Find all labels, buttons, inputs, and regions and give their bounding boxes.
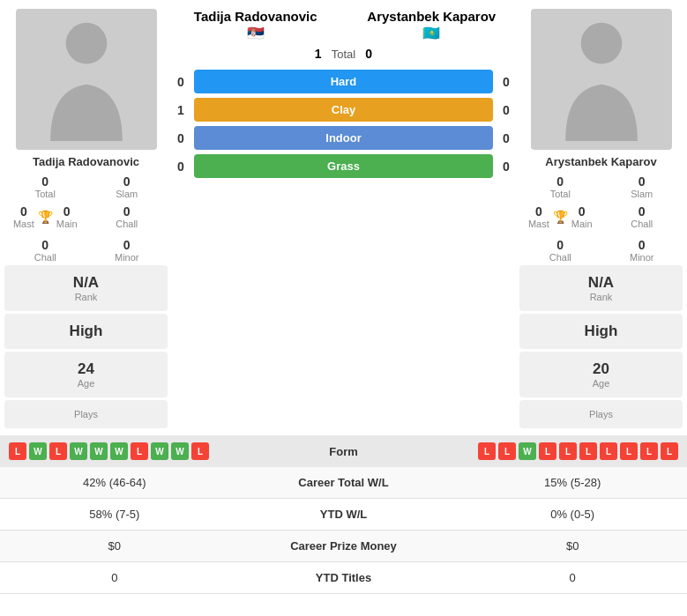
form-badge-right: L xyxy=(661,442,678,460)
form-badge-left: W xyxy=(29,442,47,460)
svg-point-0 xyxy=(65,23,107,64)
right-player-stats: 0 Total 0 Slam 0 Mast 🏆 0 Main xyxy=(519,172,683,232)
right-rank-box: N/A Rank xyxy=(519,265,683,311)
form-badge-right: L xyxy=(579,442,597,460)
right-player-name: Arystanbek Kaparov xyxy=(545,155,656,168)
form-badge-left: W xyxy=(70,442,87,460)
right-trophy-icon: 🏆 xyxy=(553,210,568,224)
stats-row: 0 YTD Titles 0 xyxy=(0,562,687,594)
left-player-stats: 0 Total 0 Slam 0 Mast 🏆 0 Main xyxy=(4,172,168,232)
stats-row: $0 Career Prize Money $0 xyxy=(0,531,687,562)
right-high-box: High xyxy=(519,314,683,349)
left-stat-total: 0 Total xyxy=(4,172,86,202)
right-header-name: Arystanbek Kaparov xyxy=(344,9,520,25)
left-rank-box: N/A Rank xyxy=(4,265,168,311)
left-plays-box: Plays xyxy=(4,400,168,428)
left-trophy-icon: 🏆 xyxy=(38,210,53,224)
form-badge-left: L xyxy=(49,442,67,460)
surface-row-clay: 1 Clay 0 xyxy=(168,98,519,122)
right-player-col: Arystanbek Kaparov 0 Total 0 Slam 0 Mast… xyxy=(519,9,683,265)
form-badge-right: L xyxy=(600,442,617,460)
stats-row: 42% (46-64) Career Total W/L 15% (5-28) xyxy=(0,467,687,499)
form-badge-left: L xyxy=(191,442,209,460)
main-container: Tadija Radovanovic 0 Total 0 Slam 0 Mast… xyxy=(0,0,687,594)
form-section: LWLWWWLWWLFormLLWLLLLLLL xyxy=(0,435,687,467)
form-badge-right: L xyxy=(498,442,516,460)
total-score-left: 1 xyxy=(305,47,332,61)
left-age-box: 24 Age xyxy=(4,352,168,397)
right-age-box: 20 Age xyxy=(519,352,683,397)
form-badge-right: L xyxy=(478,442,496,460)
surface-row-grass: 0 Grass 0 xyxy=(168,154,519,178)
right-player-avatar xyxy=(531,9,672,150)
form-badge-right: W xyxy=(519,442,536,460)
career-stats-table: 42% (46-64) Career Total W/L 15% (5-28) … xyxy=(0,467,687,594)
surface-row-hard: 0 Hard 0 xyxy=(168,70,519,93)
center-col: Tadija Radovanovic Arystanbek Kaparov 🇷🇸… xyxy=(168,9,519,182)
header-flags: 🇷🇸 🇰🇿 xyxy=(168,25,519,41)
form-badge-left: W xyxy=(110,442,128,460)
left-high-box: High xyxy=(4,314,168,349)
left-stat-boxes: N/A Rank High 24 Age Plays xyxy=(4,265,168,428)
left-player-avatar xyxy=(16,9,157,150)
form-label: Form xyxy=(309,445,379,458)
scores-surfaces: 0 Hard 0 1 Clay 0 0 Indoor 0 0 Grass 0 xyxy=(168,70,519,182)
left-flag: 🇷🇸 xyxy=(168,25,344,41)
form-badge-left: L xyxy=(131,442,148,460)
form-badge-right: L xyxy=(620,442,638,460)
form-right: LLWLLLLLLL xyxy=(379,442,679,460)
left-player-col: Tadija Radovanovic 0 Total 0 Slam 0 Mast… xyxy=(4,9,168,265)
center-spacer xyxy=(168,265,519,428)
svg-point-1 xyxy=(580,23,622,64)
form-badge-left: W xyxy=(171,442,189,460)
form-left: LWLWWWLWWL xyxy=(9,442,309,460)
left-player-name: Tadija Radovanovic xyxy=(33,155,139,168)
form-badge-right: L xyxy=(539,442,556,460)
total-score-right: 0 xyxy=(355,47,382,61)
players-area: Tadija Radovanovic 0 Total 0 Slam 0 Mast… xyxy=(0,0,687,265)
surface-row-indoor: 0 Indoor 0 xyxy=(168,126,519,150)
stats-row: 58% (7-5) YTD W/L 0% (0-5) xyxy=(0,499,687,531)
form-badge-right: L xyxy=(559,442,577,460)
left-player-stats-2: 0 Chall 0 Minor xyxy=(4,235,168,265)
left-header-name: Tadija Radovanovic xyxy=(168,9,344,25)
form-badge-left: L xyxy=(9,442,26,460)
form-badge-right: L xyxy=(640,442,658,460)
total-row: 1 Total 0 xyxy=(305,47,382,61)
total-label: Total xyxy=(332,48,355,61)
form-badge-left: W xyxy=(151,442,168,460)
right-stat-boxes: N/A Rank High 20 Age Plays xyxy=(519,265,683,428)
left-stat-mast: 0 Mast 🏆 0 Main xyxy=(4,202,86,232)
right-flag: 🇰🇿 xyxy=(344,25,520,41)
mid-stats-row: N/A Rank High 24 Age Plays N/A Rank Hig xyxy=(0,265,687,428)
left-stat-slam: 0 Slam xyxy=(86,172,168,202)
left-stat-chall: 0 Chall xyxy=(86,202,168,232)
header-names: Tadija Radovanovic Arystanbek Kaparov xyxy=(168,9,519,25)
form-badge-left: W xyxy=(90,442,108,460)
right-plays-box: Plays xyxy=(519,400,683,428)
